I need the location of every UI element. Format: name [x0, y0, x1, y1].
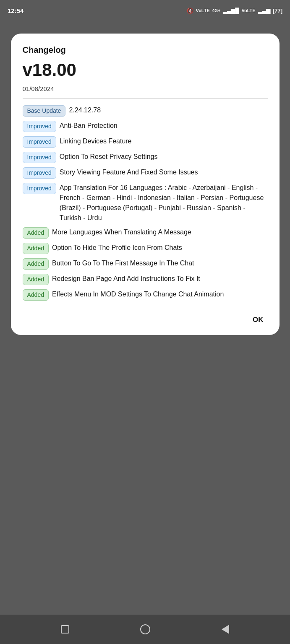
changelog-entry: Base Update2.24.12.78: [23, 105, 268, 117]
signal-4g-icon: 4G+: [212, 8, 220, 13]
changelog-entry: AddedOption To Hide The Profile Icon Fro…: [23, 243, 268, 254]
entry-text: 2.24.12.78: [69, 105, 267, 115]
version-number: v18.00: [23, 60, 268, 80]
badge-improved: Improved: [23, 167, 56, 179]
badge-improved: Improved: [23, 121, 56, 132]
badge-added: Added: [23, 274, 49, 285]
changelog-entry: ImprovedLinking Devices Feature: [23, 136, 268, 148]
entry-text: Button To Go To The First Message In The…: [52, 258, 268, 268]
entry-text: Option To Hide The Profile Icon From Cha…: [52, 243, 268, 253]
changelog-entry: ImprovedAnti-Ban Protection: [23, 121, 268, 132]
changelog-entry: AddedEffects Menu In MOD Settings To Cha…: [23, 289, 268, 301]
volte-icon: VoLTE: [196, 8, 210, 13]
status-icons: 🔇 VoLTE 4G+ ▂▄▆█ VoLTE ▂▄▆ [77]: [187, 8, 282, 14]
changelog-entries: Base Update2.24.12.78ImprovedAnti-Ban Pr…: [23, 105, 268, 301]
nav-square-icon[interactable]: [61, 625, 69, 634]
entry-text: More Languages When Translating A Messag…: [52, 227, 268, 237]
changelog-title: Changelog: [23, 45, 268, 55]
ok-button[interactable]: OK: [248, 313, 268, 327]
badge-improved: Improved: [23, 183, 56, 194]
date-text: 01/08/2024: [23, 85, 268, 92]
badge-added: Added: [23, 289, 49, 301]
status-time: 12:54: [8, 7, 24, 14]
changelog-entry: ImprovedOption To Reset Privacy Settings: [23, 152, 268, 163]
entry-text: Story Viewing Feature And Fixed Some Iss…: [60, 167, 268, 177]
badge-base: Base Update: [23, 105, 66, 117]
changelog-entry: AddedMore Languages When Translating A M…: [23, 227, 268, 239]
signal-bars-2: ▂▄▆: [258, 8, 270, 14]
signal-bars-1: ▂▄▆█: [223, 8, 239, 14]
nav-back-icon[interactable]: [222, 625, 229, 634]
entry-text: App Translation For 16 Languages : Arabi…: [60, 183, 268, 223]
entry-text: Redesign Ban Page And Add Instructions T…: [52, 274, 268, 284]
nav-circle-icon[interactable]: [140, 624, 150, 634]
entry-text: Option To Reset Privacy Settings: [60, 152, 268, 162]
badge-improved: Improved: [23, 152, 56, 163]
changelog-entry: AddedButton To Go To The First Message I…: [23, 258, 268, 270]
volte-icon-2: VoLTE: [241, 8, 255, 13]
changelog-entry: ImprovedApp Translation For 16 Languages…: [23, 183, 268, 223]
ok-row: OK: [23, 309, 268, 327]
changelog-dialog: Changelog v18.00 01/08/2024 Base Update2…: [11, 34, 280, 335]
entry-text: Anti-Ban Protection: [60, 121, 268, 131]
changelog-entry: ImprovedStory Viewing Feature And Fixed …: [23, 167, 268, 179]
divider: [23, 98, 268, 99]
mute-icon: 🔇: [187, 8, 193, 14]
entry-text: Linking Devices Feature: [60, 136, 268, 146]
bottom-nav: [0, 615, 290, 644]
entry-text: Effects Menu In MOD Settings To Change C…: [52, 289, 268, 299]
badge-added: Added: [23, 227, 49, 239]
badge-added: Added: [23, 258, 49, 270]
status-bar: 12:54 🔇 VoLTE 4G+ ▂▄▆█ VoLTE ▂▄▆ [77]: [0, 0, 290, 21]
battery-icon: [77]: [273, 8, 282, 14]
changelog-entry: AddedRedesign Ban Page And Add Instructi…: [23, 274, 268, 285]
badge-added: Added: [23, 243, 49, 254]
badge-improved: Improved: [23, 136, 56, 148]
